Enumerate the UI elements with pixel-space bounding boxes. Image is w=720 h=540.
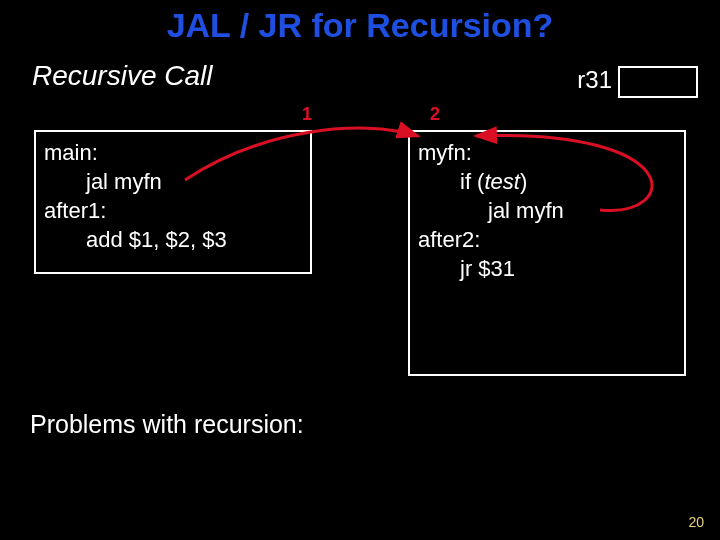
page-number: 20 xyxy=(688,514,704,530)
slide-title: JAL / JR for Recursion? xyxy=(0,6,720,45)
code-line: after2: xyxy=(418,227,480,252)
code-box-myfn: myfn: if (test) jal myfn after2: jr $31 xyxy=(408,130,686,376)
code-line: add $1, $2, $3 xyxy=(44,225,302,254)
problems-heading: Problems with recursion: xyxy=(30,410,304,439)
code-line: main: xyxy=(44,140,98,165)
code-line: myfn: xyxy=(418,140,472,165)
annotation-number-1: 1 xyxy=(302,104,312,125)
code-line: if (test) xyxy=(418,167,676,196)
register-r31: r31 xyxy=(577,66,698,98)
code-line: jr $31 xyxy=(418,254,676,283)
code-text-italic: test xyxy=(484,169,519,194)
code-line: after1: xyxy=(44,198,106,223)
code-text: if ( xyxy=(460,169,484,194)
code-box-main: main: jal myfn after1: add $1, $2, $3 xyxy=(34,130,312,274)
register-value-box xyxy=(618,66,698,98)
code-line: jal myfn xyxy=(418,196,676,225)
slide-subtitle: Recursive Call xyxy=(32,60,213,92)
annotation-number-2: 2 xyxy=(430,104,440,125)
register-label: r31 xyxy=(577,66,612,93)
code-text: ) xyxy=(520,169,527,194)
code-line: jal myfn xyxy=(44,167,302,196)
